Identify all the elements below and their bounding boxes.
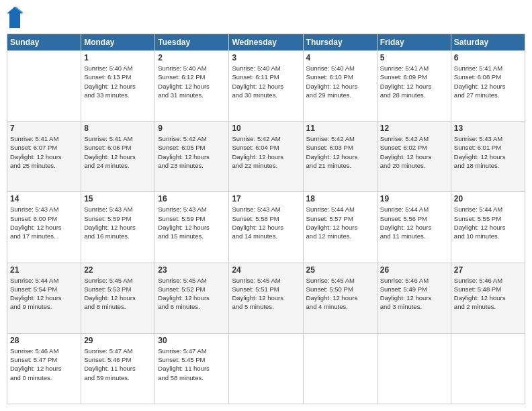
- calendar-cell: 9Sunrise: 5:42 AM Sunset: 6:05 PM Daylig…: [155, 122, 229, 192]
- day-number: 10: [232, 124, 300, 133]
- page-header: [7, 7, 525, 28]
- calendar-week-2: 7Sunrise: 5:41 AM Sunset: 6:07 PM Daylig…: [7, 122, 525, 192]
- day-number: 3: [232, 53, 300, 62]
- day-number: 7: [10, 124, 78, 133]
- weekday-header-thursday: Thursday: [303, 34, 377, 51]
- day-info: Sunrise: 5:47 AM Sunset: 5:46 PM Dayligh…: [84, 347, 152, 382]
- day-info: Sunrise: 5:42 AM Sunset: 6:02 PM Dayligh…: [380, 134, 448, 170]
- calendar-cell: [303, 333, 377, 404]
- day-info: Sunrise: 5:45 AM Sunset: 5:51 PM Dayligh…: [232, 276, 300, 312]
- calendar-cell: 22Sunrise: 5:45 AM Sunset: 5:53 PM Dayli…: [81, 263, 155, 333]
- calendar-cell: 1Sunrise: 5:40 AM Sunset: 6:13 PM Daylig…: [81, 51, 155, 122]
- day-info: Sunrise: 5:41 AM Sunset: 6:08 PM Dayligh…: [454, 64, 522, 99]
- day-number: 14: [10, 194, 78, 203]
- day-info: Sunrise: 5:46 AM Sunset: 5:47 PM Dayligh…: [10, 347, 78, 382]
- day-info: Sunrise: 5:40 AM Sunset: 6:11 PM Dayligh…: [232, 64, 300, 99]
- calendar-cell: 30Sunrise: 5:47 AM Sunset: 5:45 PM Dayli…: [155, 333, 229, 404]
- day-info: Sunrise: 5:43 AM Sunset: 6:01 PM Dayligh…: [454, 134, 522, 170]
- day-number: 9: [158, 124, 226, 133]
- day-info: Sunrise: 5:43 AM Sunset: 5:58 PM Dayligh…: [232, 205, 300, 240]
- day-number: 26: [380, 265, 448, 275]
- day-number: 11: [306, 124, 374, 133]
- calendar-cell: 17Sunrise: 5:43 AM Sunset: 5:58 PM Dayli…: [229, 192, 303, 263]
- day-info: Sunrise: 5:40 AM Sunset: 6:13 PM Dayligh…: [84, 64, 152, 99]
- calendar-cell: 26Sunrise: 5:46 AM Sunset: 5:49 PM Dayli…: [377, 263, 451, 333]
- weekday-header-row: SundayMondayTuesdayWednesdayThursdayFrid…: [7, 34, 525, 51]
- calendar-cell: 25Sunrise: 5:45 AM Sunset: 5:50 PM Dayli…: [303, 263, 377, 333]
- day-info: Sunrise: 5:46 AM Sunset: 5:49 PM Dayligh…: [380, 276, 448, 312]
- calendar-cell: 11Sunrise: 5:42 AM Sunset: 6:03 PM Dayli…: [303, 122, 377, 192]
- calendar-cell: 15Sunrise: 5:43 AM Sunset: 5:59 PM Dayli…: [81, 192, 155, 263]
- day-info: Sunrise: 5:43 AM Sunset: 5:59 PM Dayligh…: [84, 205, 152, 240]
- day-number: 30: [158, 336, 226, 345]
- calendar-cell: 23Sunrise: 5:45 AM Sunset: 5:52 PM Dayli…: [155, 263, 229, 333]
- calendar-cell: [377, 333, 451, 404]
- day-number: 22: [84, 265, 152, 275]
- weekday-header-friday: Friday: [377, 34, 451, 51]
- day-info: Sunrise: 5:44 AM Sunset: 5:57 PM Dayligh…: [306, 205, 374, 240]
- day-number: 27: [454, 265, 522, 275]
- day-number: 19: [380, 194, 448, 203]
- weekday-header-saturday: Saturday: [451, 34, 525, 51]
- svg-marker-0: [7, 7, 23, 28]
- weekday-header-monday: Monday: [81, 34, 155, 51]
- day-number: 21: [10, 265, 78, 275]
- weekday-header-wednesday: Wednesday: [229, 34, 303, 51]
- calendar-cell: 3Sunrise: 5:40 AM Sunset: 6:11 PM Daylig…: [229, 51, 303, 122]
- day-number: 18: [306, 194, 374, 203]
- calendar-week-1: 1Sunrise: 5:40 AM Sunset: 6:13 PM Daylig…: [7, 51, 525, 122]
- day-number: 16: [158, 194, 226, 203]
- calendar-table: SundayMondayTuesdayWednesdayThursdayFrid…: [7, 34, 525, 404]
- day-number: 20: [454, 194, 522, 203]
- calendar-cell: 27Sunrise: 5:46 AM Sunset: 5:48 PM Dayli…: [451, 263, 525, 333]
- calendar-cell: 28Sunrise: 5:46 AM Sunset: 5:47 PM Dayli…: [7, 333, 81, 404]
- day-number: 4: [306, 53, 374, 62]
- calendar-cell: 12Sunrise: 5:42 AM Sunset: 6:02 PM Dayli…: [377, 122, 451, 192]
- day-info: Sunrise: 5:41 AM Sunset: 6:06 PM Dayligh…: [84, 134, 152, 170]
- day-info: Sunrise: 5:40 AM Sunset: 6:10 PM Dayligh…: [306, 64, 374, 99]
- day-info: Sunrise: 5:43 AM Sunset: 5:59 PM Dayligh…: [158, 205, 226, 240]
- calendar-cell: 6Sunrise: 5:41 AM Sunset: 6:08 PM Daylig…: [451, 51, 525, 122]
- day-info: Sunrise: 5:40 AM Sunset: 6:12 PM Dayligh…: [158, 64, 226, 99]
- calendar-cell: 29Sunrise: 5:47 AM Sunset: 5:46 PM Dayli…: [81, 333, 155, 404]
- calendar-cell: 5Sunrise: 5:41 AM Sunset: 6:09 PM Daylig…: [377, 51, 451, 122]
- day-number: 6: [454, 53, 522, 62]
- calendar-cell: 19Sunrise: 5:44 AM Sunset: 5:56 PM Dayli…: [377, 192, 451, 263]
- calendar-cell: 13Sunrise: 5:43 AM Sunset: 6:01 PM Dayli…: [451, 122, 525, 192]
- day-info: Sunrise: 5:44 AM Sunset: 5:55 PM Dayligh…: [454, 205, 522, 240]
- calendar-cell: 24Sunrise: 5:45 AM Sunset: 5:51 PM Dayli…: [229, 263, 303, 333]
- calendar-week-4: 21Sunrise: 5:44 AM Sunset: 5:54 PM Dayli…: [7, 263, 525, 333]
- day-number: 15: [84, 194, 152, 203]
- day-info: Sunrise: 5:45 AM Sunset: 5:50 PM Dayligh…: [306, 276, 374, 312]
- day-info: Sunrise: 5:44 AM Sunset: 5:56 PM Dayligh…: [380, 205, 448, 240]
- day-info: Sunrise: 5:44 AM Sunset: 5:54 PM Dayligh…: [10, 276, 78, 312]
- calendar-cell: 16Sunrise: 5:43 AM Sunset: 5:59 PM Dayli…: [155, 192, 229, 263]
- calendar-cell: [7, 51, 81, 122]
- calendar-cell: 18Sunrise: 5:44 AM Sunset: 5:57 PM Dayli…: [303, 192, 377, 263]
- calendar-cell: 2Sunrise: 5:40 AM Sunset: 6:12 PM Daylig…: [155, 51, 229, 122]
- weekday-header-sunday: Sunday: [7, 34, 81, 51]
- day-number: 28: [10, 336, 78, 345]
- calendar-cell: 8Sunrise: 5:41 AM Sunset: 6:06 PM Daylig…: [81, 122, 155, 192]
- calendar-week-3: 14Sunrise: 5:43 AM Sunset: 6:00 PM Dayli…: [7, 192, 525, 263]
- calendar-cell: 7Sunrise: 5:41 AM Sunset: 6:07 PM Daylig…: [7, 122, 81, 192]
- day-number: 23: [158, 265, 226, 275]
- calendar-cell: 21Sunrise: 5:44 AM Sunset: 5:54 PM Dayli…: [7, 263, 81, 333]
- day-number: 13: [454, 124, 522, 133]
- day-info: Sunrise: 5:41 AM Sunset: 6:09 PM Dayligh…: [380, 64, 448, 99]
- day-info: Sunrise: 5:43 AM Sunset: 6:00 PM Dayligh…: [10, 205, 78, 240]
- day-info: Sunrise: 5:42 AM Sunset: 6:05 PM Dayligh…: [158, 134, 226, 170]
- calendar-cell: 4Sunrise: 5:40 AM Sunset: 6:10 PM Daylig…: [303, 51, 377, 122]
- logo-icon: [7, 7, 23, 28]
- day-number: 8: [84, 124, 152, 133]
- day-info: Sunrise: 5:42 AM Sunset: 6:03 PM Dayligh…: [306, 134, 374, 170]
- day-number: 1: [84, 53, 152, 62]
- calendar-cell: [229, 333, 303, 404]
- day-info: Sunrise: 5:47 AM Sunset: 5:45 PM Dayligh…: [158, 347, 226, 382]
- day-number: 29: [84, 336, 152, 345]
- calendar-cell: [451, 333, 525, 404]
- day-number: 5: [380, 53, 448, 62]
- calendar-cell: 20Sunrise: 5:44 AM Sunset: 5:55 PM Dayli…: [451, 192, 525, 263]
- logo: [7, 7, 23, 28]
- day-info: Sunrise: 5:46 AM Sunset: 5:48 PM Dayligh…: [454, 276, 522, 312]
